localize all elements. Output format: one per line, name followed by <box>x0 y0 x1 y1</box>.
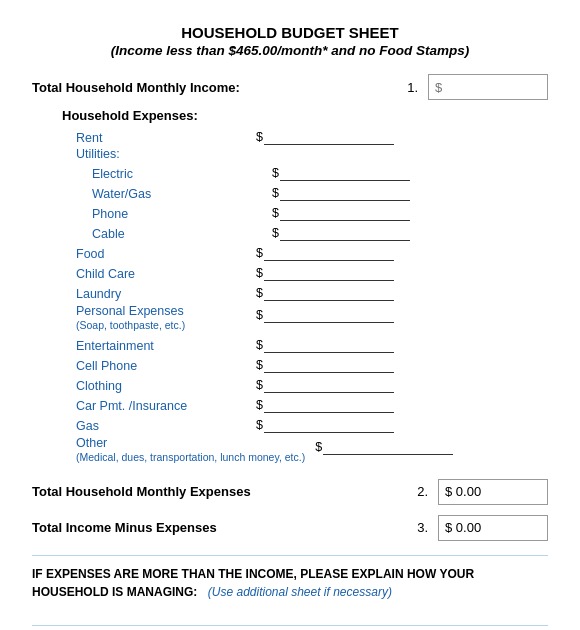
income-row: Total Household Monthly Income: 1. <box>32 74 548 100</box>
expense-row-entertainment: Entertainment $ <box>32 335 548 353</box>
expense-row-other: Other (Medical, dues, transportation, lu… <box>32 435 548 465</box>
total-expenses-input[interactable] <box>438 479 548 505</box>
total-expenses-label: Total Household Monthly Expenses <box>32 484 251 499</box>
expense-row-childcare: Child Care $ <box>32 263 548 281</box>
rent-dollar: $ <box>256 127 394 145</box>
expense-row-cable: Cable $ <box>32 223 548 241</box>
expense-name-childcare: Child Care <box>76 267 246 281</box>
total-expenses-row: Total Household Monthly Expenses 2. <box>32 479 548 505</box>
expense-row-car: Car Pmt. /Insurance $ <box>32 395 548 413</box>
expense-name-food: Food <box>76 247 246 261</box>
expense-name-clothing: Clothing <box>76 379 246 393</box>
expense-name-water-gas: Water/Gas <box>92 187 262 201</box>
total-expenses-number: 2. <box>408 484 428 499</box>
footer-section: IF EXPENSES ARE MORE THAN THE INCOME, PL… <box>32 555 548 630</box>
utilities-label: Utilities: <box>76 147 548 161</box>
expense-name-phone: Phone <box>92 207 262 221</box>
expense-row-clothing: Clothing $ <box>32 375 548 393</box>
expenses-section-label: Household Expenses: <box>62 108 548 123</box>
expense-name-cable: Cable <box>92 227 262 241</box>
expense-row-phone: Phone $ <box>32 203 548 221</box>
expense-name-electric: Electric <box>92 167 262 181</box>
footer-line-1 <box>32 608 548 626</box>
footer-italic-text: (Use additional sheet if necessary) <box>208 585 392 599</box>
income-input[interactable] <box>428 74 548 100</box>
other-note: (Medical, dues, transportation, lunch mo… <box>76 451 305 465</box>
income-label: Total Household Monthly Income: <box>32 80 240 95</box>
expense-name-gas: Gas <box>76 419 246 433</box>
expense-row-food: Food $ <box>32 243 548 261</box>
budget-sheet: HOUSEHOLD BUDGET SHEET (Income less than… <box>0 0 580 630</box>
expense-row-cell-phone: Cell Phone $ <box>32 355 548 373</box>
expense-row-laundry: Laundry $ <box>32 283 548 301</box>
expense-row-water-gas: Water/Gas $ <box>32 183 548 201</box>
page-subtitle: (Income less than $465.00/month* and no … <box>32 43 548 58</box>
expense-name-laundry: Laundry <box>76 287 246 301</box>
total-income-minus-row: Total Income Minus Expenses 3. <box>32 515 548 541</box>
total-income-minus-input[interactable] <box>438 515 548 541</box>
income-number: 1. <box>398 80 418 95</box>
expense-name-rent: Rent <box>76 131 246 145</box>
expense-row-rent: Rent $ <box>32 127 548 145</box>
expense-name-other: Other (Medical, dues, transportation, lu… <box>76 435 305 465</box>
total-income-minus-label: Total Income Minus Expenses <box>32 520 217 535</box>
expense-name-car: Car Pmt. /Insurance <box>76 399 246 413</box>
expense-row-gas: Gas $ <box>32 415 548 433</box>
total-income-minus-number: 3. <box>408 520 428 535</box>
expense-row-electric: Electric $ <box>32 163 548 181</box>
expense-name-entertainment: Entertainment <box>76 339 246 353</box>
personal-note: (Soap, toothpaste, etc.) <box>76 319 246 333</box>
page-title: HOUSEHOLD BUDGET SHEET <box>32 24 548 41</box>
expense-name-personal: Personal Expenses (Soap, toothpaste, etc… <box>76 303 246 333</box>
footer-lines <box>32 608 548 630</box>
expense-row-personal: Personal Expenses (Soap, toothpaste, etc… <box>32 303 548 333</box>
expense-name-cell-phone: Cell Phone <box>76 359 246 373</box>
